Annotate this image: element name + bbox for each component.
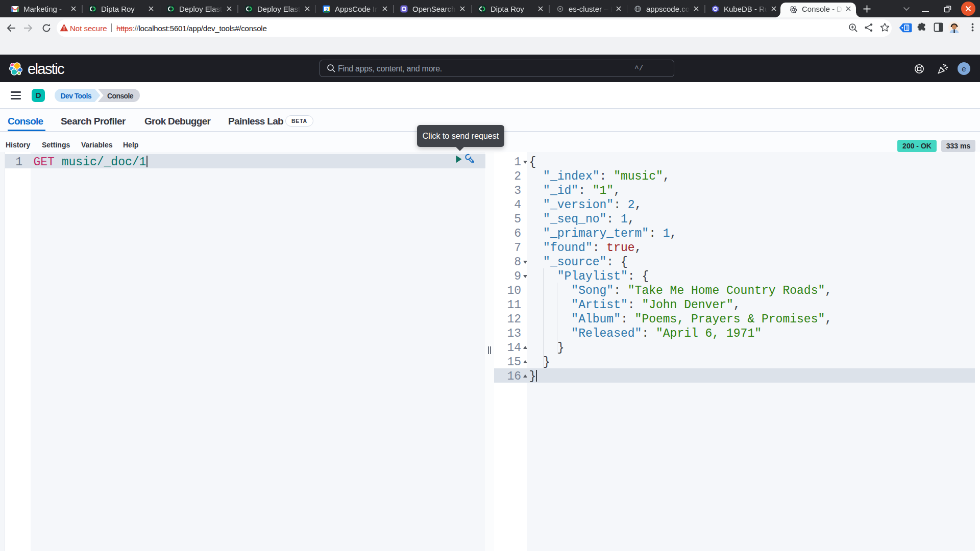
svg-text:3: 3 — [325, 7, 328, 12]
